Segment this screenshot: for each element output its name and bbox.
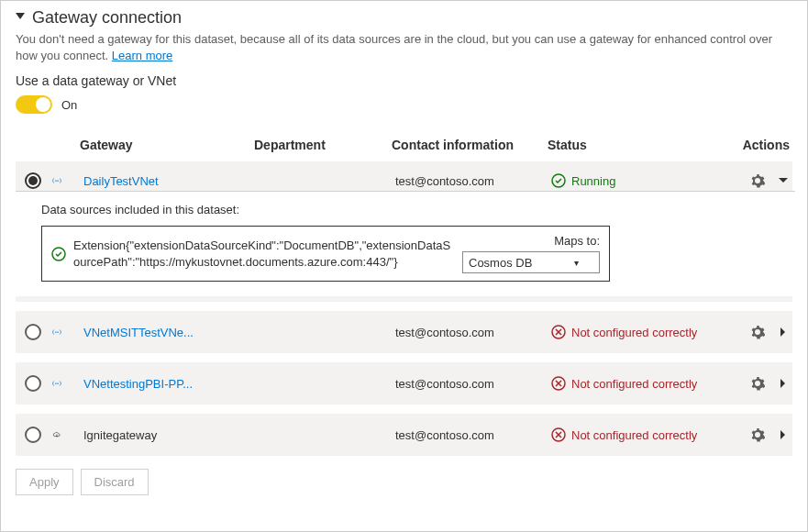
vnet-icon: [49, 172, 65, 189]
apply-button[interactable]: Apply: [16, 469, 73, 495]
contact-cell: test@contoso.com: [392, 375, 548, 393]
status-cell: Not configured correctly: [548, 374, 722, 393]
svg-point-9: [55, 383, 56, 384]
learn-more-link[interactable]: Learn more: [112, 49, 172, 62]
discard-button[interactable]: Discard: [81, 469, 149, 495]
section-description: You don't need a gateway for this datase…: [16, 31, 777, 64]
table-row[interactable]: DailyTestVNet test@contoso.com Running D…: [16, 161, 792, 302]
status-cell: Running: [548, 172, 722, 190]
use-gateway-label: Use a data gateway or VNet: [16, 73, 792, 88]
chevron-right-icon[interactable]: [775, 375, 791, 392]
maps-to-label: Maps to:: [554, 234, 600, 248]
table-row[interactable]: VNettestingPBI-PP... test@contoso.com No…: [16, 362, 792, 405]
svg-point-6: [56, 332, 57, 333]
col-department: Department: [254, 138, 392, 152]
table-header: Gateway Department Contact information S…: [16, 127, 792, 161]
toggle-knob: [36, 97, 50, 112]
maps-to-value: Cosmos DB: [469, 256, 532, 270]
status-cell: Not configured correctly: [548, 323, 722, 341]
collapse-caret-icon: [16, 13, 25, 19]
svg-point-5: [55, 332, 56, 333]
department-cell: [254, 382, 392, 385]
section-title: Gateway connection: [32, 8, 182, 28]
gateway-name-link[interactable]: VNetMSITTestVNe...: [83, 326, 194, 339]
svg-point-7: [58, 332, 59, 333]
gateway-connection-panel: Gateway connection You don't need a gate…: [1, 1, 807, 510]
contact-cell: test@contoso.com: [392, 324, 548, 341]
chevron-down-icon[interactable]: [775, 172, 791, 189]
footer-buttons: Apply Discard: [16, 469, 792, 495]
department-cell: [254, 179, 392, 183]
x-circle-icon: [551, 376, 566, 391]
gear-icon[interactable]: [749, 324, 766, 340]
status-text: Running: [571, 174, 615, 188]
svg-point-0: [55, 181, 56, 182]
section-header[interactable]: Gateway connection: [16, 8, 792, 28]
svg-point-2: [58, 181, 59, 182]
svg-point-10: [56, 383, 57, 384]
vnet-icon: [49, 375, 65, 392]
select-radio[interactable]: [25, 324, 41, 340]
gateway-table: Gateway Department Contact information S…: [16, 127, 792, 456]
x-circle-icon: [551, 325, 566, 339]
col-gateway: Gateway: [80, 138, 254, 152]
datasources-caption: Data sources included in this dataset:: [41, 203, 786, 216]
col-actions: Actions: [722, 138, 795, 152]
chevron-right-icon[interactable]: [775, 324, 791, 340]
gateway-toggle-row: On: [16, 95, 792, 114]
select-radio[interactable]: [25, 427, 41, 443]
department-cell: [254, 433, 392, 437]
department-cell: [254, 330, 392, 334]
gateway-name-link[interactable]: Ignitegateway: [83, 428, 157, 442]
datasource-text: Extension{"extensionDataSourceKind":"Doc…: [73, 238, 455, 270]
datasource-box: Extension{"extensionDataSourceKind":"Doc…: [41, 226, 610, 282]
chevron-right-icon[interactable]: [775, 427, 791, 443]
gear-icon[interactable]: [749, 427, 766, 443]
svg-point-1: [56, 181, 57, 182]
contact-cell: test@contoso.com: [392, 172, 548, 190]
status-text: Not configured correctly: [571, 377, 697, 391]
maps-to-select[interactable]: Cosmos DB ▾: [462, 251, 600, 273]
status-cell: Not configured correctly: [548, 426, 722, 444]
x-circle-icon: [551, 427, 566, 442]
svg-point-11: [58, 383, 59, 384]
gateway-name-link[interactable]: VNettestingPBI-PP...: [83, 377, 193, 391]
chevron-down-icon: ▾: [574, 258, 579, 268]
select-radio[interactable]: [25, 375, 41, 392]
col-contact: Contact information: [392, 138, 548, 152]
toggle-state-text: On: [61, 98, 77, 112]
status-text: Not configured correctly: [571, 428, 697, 442]
select-radio[interactable]: [25, 172, 41, 189]
vnet-icon: [49, 324, 65, 340]
table-row[interactable]: VNetMSITTestVNe... test@contoso.com Not …: [16, 311, 792, 353]
gateway-toggle[interactable]: [16, 95, 52, 114]
gateway-name-link[interactable]: DailyTestVNet: [83, 174, 159, 188]
check-circle-icon: [51, 247, 66, 261]
contact-cell: test@contoso.com: [392, 427, 548, 444]
gear-icon[interactable]: [749, 172, 766, 189]
status-text: Not configured correctly: [571, 326, 697, 339]
cloud-gateway-icon: [49, 427, 65, 443]
col-status: Status: [548, 138, 722, 152]
check-circle-icon: [551, 173, 566, 188]
table-row[interactable]: Ignitegateway test@contoso.com Not confi…: [16, 414, 792, 456]
expanded-datasources: Data sources included in this dataset: E…: [16, 191, 795, 296]
gear-icon[interactable]: [749, 375, 766, 392]
